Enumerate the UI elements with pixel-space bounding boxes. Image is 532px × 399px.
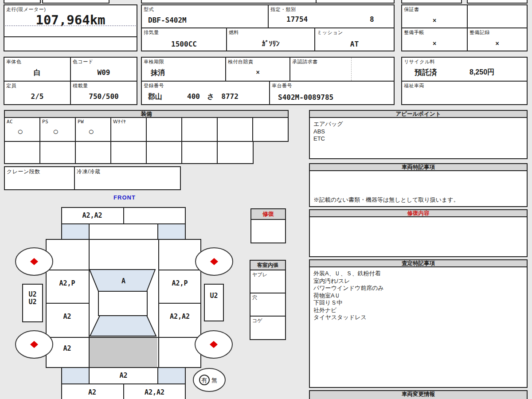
truck-bed <box>90 338 157 367</box>
assessment-notes-body: 外装А、Ｕ、Ｓ、鉄粉付着 室内汚れ/スレ パワーウインドウ前席のみ 荷物室АＵ … <box>309 266 528 388</box>
equipment-label-pw: PW <box>78 119 84 125</box>
approval-request-label: 承認請求書 <box>292 59 318 65</box>
assessment-item: 外装А、Ｕ、Ｓ、鉄粉付着 <box>313 270 523 278</box>
warranty-value: × <box>402 17 467 24</box>
appeal-item: ABS <box>313 128 523 136</box>
body-color-box: 車体色 白 <box>4 57 71 82</box>
interior-row-burn: コゲ <box>250 316 285 339</box>
displacement-label: 排気量 <box>144 29 159 36</box>
assessment-item: 荷物室АＵ <box>313 292 523 300</box>
front-door-right-grade: A2,P <box>158 279 201 287</box>
panel-left-mid-grade: A2 <box>46 313 89 321</box>
rear-bumper-right-grade: A2,A2 <box>123 388 186 396</box>
assessment-item: 社外ナビ <box>313 307 523 314</box>
assessment-item: パワーウインドウ前席のみ <box>313 285 523 292</box>
rear-center-grade: A2 <box>89 372 158 379</box>
equipment-label-ps: PS <box>42 119 48 125</box>
maintenance-record-value: × <box>468 40 527 47</box>
color-code-value: W09 <box>71 68 137 77</box>
cutoff-box <box>4 0 41 4</box>
vehicle-notes-note: ※記載のない書類・機器等は無しとして取り扱います。 <box>313 196 459 204</box>
equipment-label-ac: AC <box>7 119 13 125</box>
repair-box-header: 修復 <box>251 209 285 220</box>
cutoff-box <box>141 0 317 4</box>
designation-number: 17754 <box>286 15 308 23</box>
equipment-row1: AC PS PW Wﾀｲﾔ ○ ○ ○ <box>4 117 289 142</box>
cowl-band <box>61 223 186 240</box>
empty-top-right-box <box>467 4 528 28</box>
maintenance-record-label: 整備記録 <box>469 29 490 36</box>
spare-yes-label: 有 <box>201 376 207 384</box>
approval-request-box: 承認請求書 <box>289 57 395 82</box>
appeal-item: エアバッグ <box>313 121 523 128</box>
warranty-box: 保証書 × <box>401 4 468 28</box>
interior-box-header: 客室内張 <box>250 261 285 270</box>
maintenance-record-box: 整備記録 × <box>467 27 528 51</box>
chassis-number-value: S402M-0089785 <box>278 93 333 102</box>
registration-box: 登録番号 郡山400さ8772 <box>141 81 270 105</box>
vehicle-inspection-sheet: { "sheet": { "meter": {"label": "走行(現メータ… <box>0 0 532 399</box>
repair-details-body <box>309 216 528 257</box>
interior-row-hole: 穴 <box>250 293 285 316</box>
refrigeration-label: 冷凍/冷蔵 <box>77 168 101 176</box>
color-code-box: 色コード W09 <box>70 57 137 82</box>
equipment-label-wtire: Wﾀｲﾔ <box>113 119 126 124</box>
chassis-number-label: 車台番号 <box>272 82 292 89</box>
cutoff-box <box>42 0 110 4</box>
crane-label: クレーン段数 <box>7 168 40 176</box>
windshield-grade: A <box>89 277 158 285</box>
equipment-mark-ac: ○ <box>17 126 23 137</box>
capacity-value: 2/5 <box>4 92 70 101</box>
rear-bumper-left-grade: A2 <box>61 388 123 396</box>
transmission-value: AT <box>315 40 394 48</box>
welfare-vehicle-box: 福祉車両 <box>401 81 528 105</box>
crane-box: クレーン段数 <box>4 166 75 190</box>
registration-label: 登録番号 <box>144 82 164 89</box>
recycle-fee-amount: 8,250円 <box>469 68 494 77</box>
equipment-mark-pw: ○ <box>88 126 94 137</box>
model-value: DBF-S402M <box>148 16 187 24</box>
cutoff-box <box>467 0 528 4</box>
body-color-label: 車体色 <box>6 59 22 65</box>
registration-area: 郡山 <box>148 93 162 100</box>
fuel-box: 燃料 ｶﾞｿﾘﾝ <box>226 27 315 51</box>
designation-label: 指定・類別 <box>270 6 296 13</box>
front-bumper-left-grade: A2,A2 <box>61 211 123 219</box>
assessment-item: タイヤスタッドレス <box>313 314 523 321</box>
wheel-marker-icon <box>210 341 218 348</box>
appeal-item: ETC <box>313 135 523 143</box>
registration-kana: さ <box>207 93 214 100</box>
inspection-expiry-value: 抹消 <box>151 68 165 78</box>
recycle-fee-status: 預託済 <box>415 67 437 78</box>
refrigeration-box: 冷凍/冷蔵 <box>74 166 181 190</box>
designation-class: 8 <box>370 15 374 23</box>
meter-label: 走行(現メーター) <box>6 6 46 13</box>
interior-row-tear: ヤブレ <box>250 270 285 293</box>
transmission-box: ミッション AT <box>314 27 395 51</box>
model-box: 型式 DBF-S402M <box>141 4 269 28</box>
side-left-grade-1: U2 <box>23 291 42 298</box>
body-color-value: 白 <box>4 68 70 78</box>
model-label: 型式 <box>144 6 154 13</box>
front-door-left-grade: A2,P <box>46 279 89 287</box>
equipment-mark-ps: ○ <box>53 126 59 137</box>
inspection-expiry-box: 車検期限 抹消 <box>141 57 226 82</box>
displacement-box: 排気量 1500CC <box>141 27 227 51</box>
spare-tire-indicator <box>193 368 225 391</box>
displacement-value: 1500CC <box>142 40 226 48</box>
interior-box: 客室内張 ヤブレ 穴 コゲ <box>250 260 286 340</box>
recycle-fee-label: リサイクル料 <box>404 59 435 65</box>
cutoff-box <box>316 0 395 4</box>
capacity-box: 定員 2/5 <box>4 81 71 105</box>
cutoff-box <box>401 0 462 4</box>
panel-left-rear-grade: A2 <box>46 344 89 352</box>
transmission-label: ミッション <box>317 29 343 36</box>
wheel-marker-icon <box>30 258 38 265</box>
chassis-number-box: 車台番号 S402M-0089785 <box>269 81 395 105</box>
insurance-box: 検付自賠責 × <box>225 57 290 82</box>
equipment-row2 <box>4 141 254 164</box>
wheel-marker-icon <box>30 341 38 348</box>
registration-number: 8772 <box>221 92 239 101</box>
welfare-vehicle-label: 福祉車両 <box>404 82 424 89</box>
load-capacity-box: 積載量 750/500 <box>70 81 137 105</box>
